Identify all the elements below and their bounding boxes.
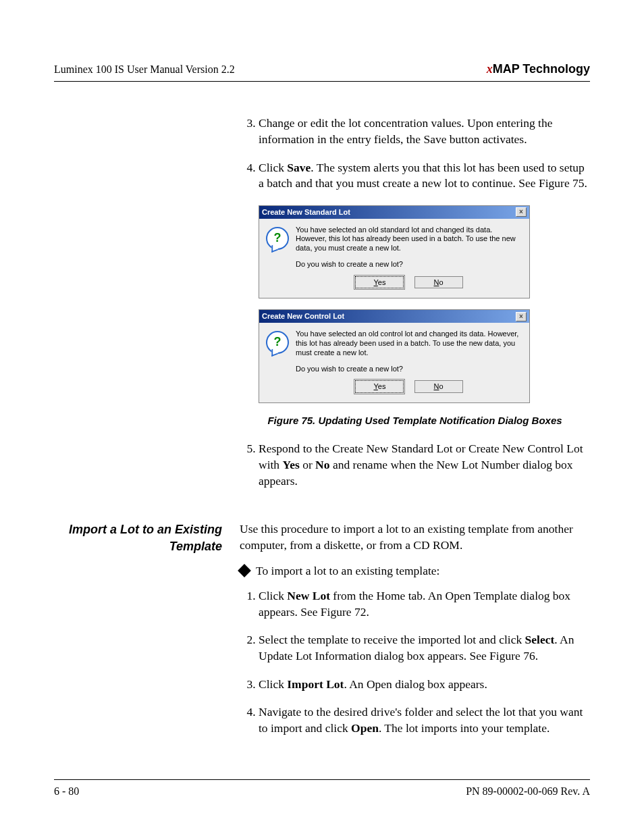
page-footer: 6 - 80 PN 89-00002-00-069 Rev. A [54, 779, 590, 799]
step-5-no: No [315, 458, 329, 471]
dialog-msg2: Do you wish to create a new lot? [296, 365, 522, 374]
header-title: MAP Technology [493, 62, 590, 76]
no-button[interactable]: No [414, 276, 463, 289]
section2-intro: Use this procedure to import a lot to an… [240, 521, 590, 553]
s2-step-2: Select the template to receive the impor… [259, 632, 590, 664]
question-icon: ? [266, 227, 289, 250]
step-4-bold: Save [287, 161, 311, 174]
close-icon[interactable]: × [516, 207, 527, 217]
header-right: xMAP Technology [487, 61, 590, 77]
section2-steps: Click New Lot from the Home tab. An Open… [240, 588, 590, 736]
step-3-text: Change or edit the lot concentration val… [259, 116, 552, 146]
header-left: Luminex 100 IS User Manual Version 2.2 [54, 62, 235, 77]
footer-left: 6 - 80 [54, 784, 79, 799]
close-icon[interactable]: × [516, 312, 527, 321]
side-heading-import-lot: Import a Lot to an Existing Template [54, 521, 226, 748]
s2-step-1: Click New Lot from the Home tab. An Open… [259, 588, 590, 620]
figure-75-dialogs: Create New Standard Lot × ? You have sel… [240, 204, 590, 403]
dialog-msg2: Do you wish to create a new lot? [296, 260, 522, 269]
dialog-titlebar: Create New Standard Lot × [259, 206, 529, 219]
step-5-mid: or [300, 458, 315, 471]
step-4: Click Save. The system alerts you that t… [259, 160, 590, 192]
footer-right: PN 89-00002-00-069 Rev. A [466, 784, 590, 799]
header-x: x [487, 62, 493, 76]
dialog-msg1: You have selected an old control lot and… [296, 330, 522, 357]
figure-caption: Figure 75. Updating Used Template Notifi… [240, 414, 590, 427]
page-header: Luminex 100 IS User Manual Version 2.2 x… [54, 61, 590, 82]
no-button[interactable]: No [414, 380, 463, 393]
step-4-pre: Click [259, 161, 287, 174]
dialog-create-new-standard-lot: Create New Standard Lot × ? You have sel… [259, 205, 530, 299]
dialog-create-new-control-lot: Create New Control Lot × ? You have sele… [259, 309, 530, 403]
diamond-icon [238, 564, 251, 577]
question-icon: ? [266, 331, 289, 354]
dialog-msg1: You have selected an old standard lot an… [296, 226, 522, 253]
yes-button[interactable]: Yes [355, 276, 404, 289]
top-ordered-list: Change or edit the lot concentration val… [240, 115, 590, 192]
step-5: Respond to the Create New Standard Lot o… [259, 441, 590, 489]
yes-button[interactable]: Yes [355, 380, 404, 393]
dialog-title-text: Create New Standard Lot [262, 207, 350, 217]
s2-step-3: Click Import Lot. An Open dialog box app… [259, 677, 590, 693]
dialog-titlebar: Create New Control Lot × [259, 310, 529, 323]
bullet-text: To import a lot to an existing template: [256, 563, 439, 579]
step-5-list: Respond to the Create New Standard Lot o… [240, 441, 590, 489]
s2-step-4: Navigate to the desired drive's folder a… [259, 704, 590, 736]
step-3: Change or edit the lot concentration val… [259, 115, 590, 147]
dialog-title-text: Create New Control Lot [262, 311, 344, 321]
diamond-bullet: To import a lot to an existing template: [240, 563, 590, 579]
step-5-yes: Yes [283, 458, 300, 471]
